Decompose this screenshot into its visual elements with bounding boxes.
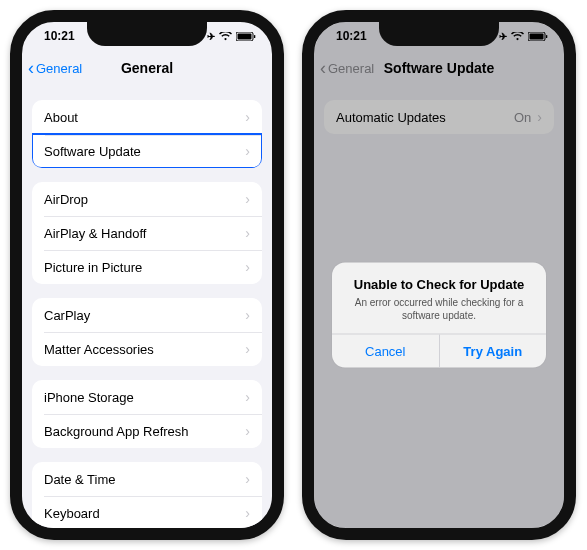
chevron-right-icon: › <box>245 341 250 357</box>
settings-list[interactable]: About › Software Update › AirDrop› AirPl… <box>22 86 272 528</box>
alert-try-again-button[interactable]: Try Again <box>439 335 547 368</box>
wifi-icon <box>219 32 232 41</box>
clock: 10:21 <box>44 29 75 43</box>
row-airdrop[interactable]: AirDrop› <box>32 182 262 216</box>
chevron-right-icon: › <box>245 225 250 241</box>
airplane-icon: ✈ <box>499 31 507 42</box>
page-title: Software Update <box>384 60 494 76</box>
chevron-right-icon: › <box>245 109 250 125</box>
row-label: AirDrop <box>44 192 88 207</box>
alert-body: An error occurred while checking for a s… <box>344 296 534 322</box>
status-bar: 10:21 ✈ <box>22 22 272 50</box>
group-airdrop: AirDrop› AirPlay & Handoff› Picture in P… <box>32 182 262 284</box>
phone-right: 10:21 ✈ ‹ General Software Update Automa… <box>302 10 576 540</box>
chevron-right-icon: › <box>245 307 250 323</box>
row-bg-refresh[interactable]: Background App Refresh› <box>32 414 262 448</box>
phone-left: 10:21 ✈ ‹ General General About › Softwa… <box>10 10 284 540</box>
row-airplay-handoff[interactable]: AirPlay & Handoff› <box>32 216 262 250</box>
chevron-right-icon: › <box>245 505 250 521</box>
back-button[interactable]: ‹ General <box>320 50 374 86</box>
row-automatic-updates[interactable]: Automatic Updates On › <box>324 100 554 134</box>
alert-dialog: Unable to Check for Update An error occu… <box>332 263 546 368</box>
group-datetime: Date & Time› Keyboard› Fonts› Language &… <box>32 462 262 528</box>
clock: 10:21 <box>336 29 367 43</box>
row-keyboard[interactable]: Keyboard› <box>32 496 262 528</box>
status-bar: 10:21 ✈ <box>314 22 564 50</box>
row-label: CarPlay <box>44 308 90 323</box>
row-label: Picture in Picture <box>44 260 142 275</box>
row-software-update[interactable]: Software Update › <box>32 133 262 168</box>
chevron-right-icon: › <box>245 191 250 207</box>
svg-rect-1 <box>238 33 252 39</box>
svg-rect-2 <box>254 35 255 38</box>
chevron-left-icon: ‹ <box>28 58 34 79</box>
chevron-right-icon: › <box>245 259 250 275</box>
row-label: Matter Accessories <box>44 342 154 357</box>
chevron-left-icon: ‹ <box>320 58 326 79</box>
row-label: iPhone Storage <box>44 390 134 405</box>
battery-icon <box>528 32 548 41</box>
alert-title: Unable to Check for Update <box>344 277 534 292</box>
chevron-right-icon: › <box>245 423 250 439</box>
group-auto-updates: Automatic Updates On › <box>324 100 554 134</box>
nav-bar: ‹ General General <box>22 50 272 86</box>
row-about[interactable]: About › <box>32 100 262 134</box>
chevron-right-icon: › <box>245 389 250 405</box>
chevron-right-icon: › <box>245 471 250 487</box>
row-label: Background App Refresh <box>44 424 189 439</box>
nav-bar: ‹ General Software Update <box>314 50 564 86</box>
back-button[interactable]: ‹ General <box>28 50 82 86</box>
row-label: About <box>44 110 78 125</box>
row-label: Software Update <box>44 144 141 159</box>
row-value: On <box>514 110 531 125</box>
row-pip[interactable]: Picture in Picture› <box>32 250 262 284</box>
status-icons: ✈ <box>207 31 256 42</box>
group-carplay: CarPlay› Matter Accessories› <box>32 298 262 366</box>
airplane-icon: ✈ <box>207 31 215 42</box>
wifi-icon <box>511 32 524 41</box>
row-label: Automatic Updates <box>336 110 446 125</box>
svg-rect-4 <box>530 33 544 39</box>
svg-rect-5 <box>546 35 547 38</box>
group-about: About › Software Update › <box>32 100 262 168</box>
row-date-time[interactable]: Date & Time› <box>32 462 262 496</box>
chevron-right-icon: › <box>245 143 250 159</box>
back-label: General <box>328 61 374 76</box>
group-storage: iPhone Storage› Background App Refresh› <box>32 380 262 448</box>
row-label: Keyboard <box>44 506 100 521</box>
row-iphone-storage[interactable]: iPhone Storage› <box>32 380 262 414</box>
page-title: General <box>121 60 173 76</box>
alert-cancel-button[interactable]: Cancel <box>332 335 439 368</box>
back-label: General <box>36 61 82 76</box>
row-carplay[interactable]: CarPlay› <box>32 298 262 332</box>
status-icons: ✈ <box>499 31 548 42</box>
row-label: Date & Time <box>44 472 116 487</box>
row-matter[interactable]: Matter Accessories› <box>32 332 262 366</box>
chevron-right-icon: › <box>537 109 542 125</box>
battery-icon <box>236 32 256 41</box>
row-label: AirPlay & Handoff <box>44 226 146 241</box>
